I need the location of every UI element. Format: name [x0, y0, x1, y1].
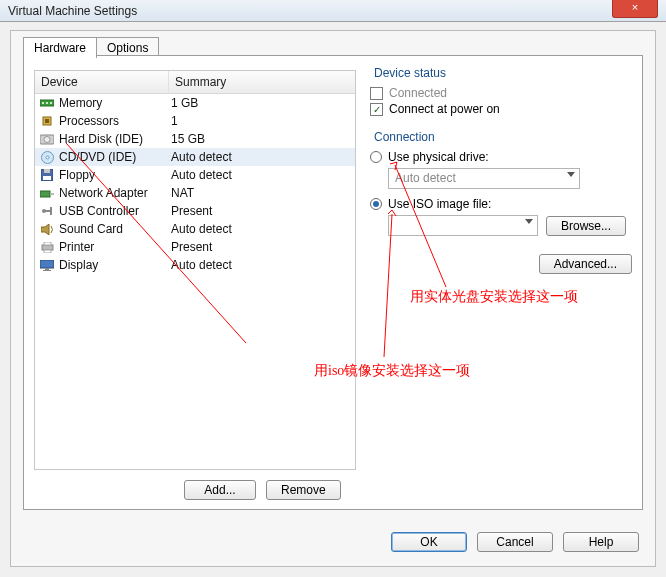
dialog-body: Hardware Options Device Summary Memory1 …	[10, 30, 656, 567]
device-summary: NAT	[171, 186, 194, 200]
svg-point-9	[46, 156, 49, 159]
window-title: Virtual Machine Settings	[8, 4, 137, 18]
device-name: USB Controller	[59, 204, 171, 218]
device-summary: 1 GB	[171, 96, 198, 110]
poweron-label: Connect at power on	[389, 102, 500, 116]
usb-icon	[39, 204, 55, 218]
svg-rect-21	[44, 250, 51, 253]
snd-icon	[39, 222, 55, 236]
device-row-prn[interactable]: PrinterPresent	[35, 238, 355, 256]
radio-physical-row[interactable]: Use physical drive:	[370, 150, 632, 164]
device-row-usb[interactable]: USB ControllerPresent	[35, 202, 355, 220]
col-device[interactable]: Device	[35, 71, 169, 93]
poweron-checkbox-row[interactable]: ✓ Connect at power on	[370, 102, 632, 116]
dialog-buttons: OK Cancel Help	[391, 532, 639, 552]
device-summary: Auto detect	[171, 168, 232, 182]
cd-icon	[39, 150, 55, 164]
svg-rect-20	[44, 242, 51, 245]
svg-marker-18	[41, 224, 49, 235]
svg-rect-19	[42, 245, 53, 250]
device-name: Sound Card	[59, 222, 171, 236]
device-row-flp[interactable]: FloppyAuto detect	[35, 166, 355, 184]
svg-rect-17	[50, 207, 52, 215]
physical-drive-select: Auto detect	[388, 168, 580, 189]
mem-icon	[39, 96, 55, 110]
connected-checkbox	[370, 87, 383, 100]
svg-rect-14	[50, 193, 54, 195]
dsp-icon	[39, 258, 55, 272]
svg-rect-22	[40, 260, 54, 268]
add-remove-row: Add... Remove	[184, 480, 341, 500]
browse-button[interactable]: Browse...	[546, 216, 626, 236]
device-status-group: Device status Connected ✓ Connect at pow…	[370, 66, 632, 116]
device-summary: Auto detect	[171, 150, 232, 164]
svg-rect-3	[50, 102, 52, 104]
device-name: Network Adapter	[59, 186, 171, 200]
radio-physical-label: Use physical drive:	[388, 150, 489, 164]
device-row-net[interactable]: Network AdapterNAT	[35, 184, 355, 202]
connected-checkbox-row: Connected	[370, 86, 632, 100]
device-summary: 1	[171, 114, 178, 128]
group-label-status: Device status	[370, 66, 632, 80]
physical-drive-row: Auto detect	[388, 168, 632, 189]
device-row-snd[interactable]: Sound CardAuto detect	[35, 220, 355, 238]
device-summary: Auto detect	[171, 222, 232, 236]
connection-group: Connection Use physical drive: Auto dete…	[370, 130, 632, 274]
chevron-down-icon	[525, 219, 533, 224]
add-button[interactable]: Add...	[184, 480, 256, 500]
svg-rect-12	[43, 176, 51, 180]
svg-rect-13	[40, 191, 50, 197]
device-detail-pane: Device status Connected ✓ Connect at pow…	[370, 66, 632, 284]
svg-rect-23	[45, 268, 49, 270]
radio-iso-label: Use ISO image file:	[388, 197, 491, 211]
device-row-cd[interactable]: CD/DVD (IDE)Auto detect	[35, 148, 355, 166]
device-name: Display	[59, 258, 171, 272]
svg-rect-2	[46, 102, 48, 104]
svg-point-7	[44, 136, 50, 142]
radio-iso-row[interactable]: Use ISO image file:	[370, 197, 632, 211]
close-button[interactable]: ×	[612, 0, 658, 18]
iso-file-row: Browse...	[388, 215, 632, 236]
advanced-button[interactable]: Advanced...	[539, 254, 632, 274]
prn-icon	[39, 240, 55, 254]
device-row-cpu[interactable]: Processors1	[35, 112, 355, 130]
col-summary[interactable]: Summary	[169, 71, 355, 93]
device-summary: Present	[171, 204, 212, 218]
title-bar: Virtual Machine Settings ×	[0, 0, 666, 22]
device-name: Processors	[59, 114, 171, 128]
device-summary: 15 GB	[171, 132, 205, 146]
flp-icon	[39, 168, 55, 182]
device-name: CD/DVD (IDE)	[59, 150, 171, 164]
svg-rect-24	[43, 270, 51, 271]
poweron-checkbox[interactable]: ✓	[370, 103, 383, 116]
connected-label: Connected	[389, 86, 447, 100]
cpu-icon	[39, 114, 55, 128]
cancel-button[interactable]: Cancel	[477, 532, 553, 552]
net-icon	[39, 186, 55, 200]
device-summary: Auto detect	[171, 258, 232, 272]
chevron-down-icon	[567, 172, 575, 177]
help-button[interactable]: Help	[563, 532, 639, 552]
device-name: Hard Disk (IDE)	[59, 132, 171, 146]
ok-button[interactable]: OK	[391, 532, 467, 552]
device-list: Device Summary Memory1 GBProcessors1Hard…	[34, 70, 356, 470]
device-name: Memory	[59, 96, 171, 110]
svg-rect-5	[45, 119, 49, 123]
iso-file-combo[interactable]	[388, 215, 538, 236]
radio-iso[interactable]	[370, 198, 382, 210]
device-row-dsp[interactable]: DisplayAuto detect	[35, 256, 355, 274]
group-label-connection: Connection	[370, 130, 632, 144]
device-row-mem[interactable]: Memory1 GB	[35, 94, 355, 112]
physical-drive-value: Auto detect	[395, 171, 456, 185]
device-row-hdd[interactable]: Hard Disk (IDE)15 GB	[35, 130, 355, 148]
svg-rect-1	[42, 102, 44, 104]
radio-physical[interactable]	[370, 151, 382, 163]
device-name: Floppy	[59, 168, 171, 182]
tab-hardware[interactable]: Hardware	[23, 37, 97, 58]
device-summary: Present	[171, 240, 212, 254]
device-name: Printer	[59, 240, 171, 254]
tab-panel-hardware: Device Summary Memory1 GBProcessors1Hard…	[23, 55, 643, 510]
svg-rect-11	[44, 169, 50, 173]
hdd-icon	[39, 132, 55, 146]
remove-button[interactable]: Remove	[266, 480, 341, 500]
